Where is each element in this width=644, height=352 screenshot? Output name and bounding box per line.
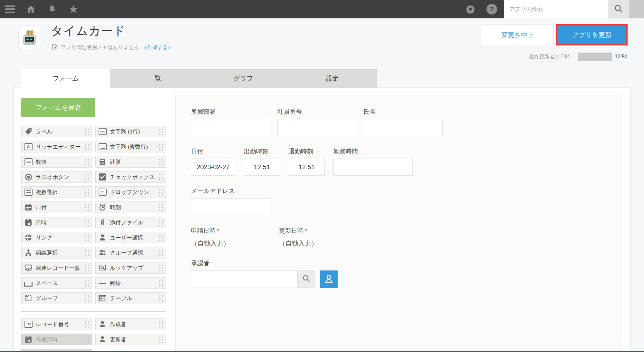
app-search-input[interactable] [504, 0, 608, 18]
field-name[interactable]: 氏名 [364, 108, 443, 136]
field-work-hours[interactable]: 勤務時間 [333, 147, 413, 176]
name-input[interactable] [364, 119, 443, 136]
update-app-button[interactable]: アプリを更新 [556, 24, 628, 45]
drag-handle-icon[interactable] [159, 264, 164, 271]
drag-handle-icon[interactable] [84, 321, 90, 328]
tab-form[interactable]: フォーム [21, 69, 110, 88]
palette-item-attachment[interactable]: 添付ファイル [95, 217, 166, 228]
drag-handle-icon[interactable] [84, 249, 90, 256]
palette-item-link[interactable]: リンク [21, 232, 92, 243]
dropdown-icon [98, 188, 107, 196]
field-clock-out[interactable]: 退勤時刻 [289, 147, 325, 176]
palette-item-space[interactable]: スペース [21, 277, 92, 289]
clock-in-input[interactable] [244, 159, 280, 176]
drag-handle-icon[interactable] [159, 204, 164, 211]
approver-input[interactable] [191, 270, 298, 288]
palette-item-label[interactable]: ラベル [21, 126, 92, 137]
drag-handle-icon[interactable] [84, 295, 90, 302]
palette-item-checkbox[interactable]: チェックボックス [95, 171, 166, 183]
hamburger-menu-icon[interactable] [5, 5, 15, 13]
drag-handle-icon[interactable] [159, 279, 164, 287]
help-icon[interactable]: ? [486, 4, 497, 15]
memo-create-link[interactable]: （作成する） [142, 44, 173, 51]
drag-handle-icon[interactable] [159, 173, 164, 181]
palette-item-table[interactable]: テーブル [95, 292, 166, 304]
palette-item-number[interactable]: 123 数値 [21, 156, 92, 168]
app-search-button[interactable] [608, 0, 629, 18]
field-update-datetime[interactable]: 更新日時* （自動入力） [279, 227, 318, 248]
tab-graph[interactable]: グラフ [199, 69, 288, 88]
radio-button-icon [24, 173, 33, 181]
department-input[interactable] [191, 119, 270, 136]
search-icon [302, 274, 311, 284]
field-request-datetime[interactable]: 申請日時* （自動入力） [191, 227, 279, 248]
drag-handle-icon[interactable] [84, 173, 90, 181]
field-email[interactable]: メールアドレス [191, 187, 270, 215]
palette-item-time[interactable]: 時刻 [95, 201, 166, 213]
last-updated-label: 最終更新者と日時： [529, 54, 575, 60]
field-employee-number[interactable]: 社員番号 [277, 108, 356, 136]
drag-handle-icon[interactable] [84, 336, 90, 343]
palette-item-record-number[interactable]: 123 レコード番号 [21, 318, 92, 330]
bell-icon[interactable] [47, 4, 57, 15]
palette-item-datetime[interactable]: 日時 [21, 217, 92, 228]
drag-handle-icon[interactable] [159, 158, 164, 165]
drag-handle-icon[interactable] [84, 279, 90, 287]
star-icon[interactable] [68, 4, 79, 15]
save-form-button[interactable]: フォームを保存 [21, 98, 95, 117]
drag-handle-icon[interactable] [159, 143, 164, 150]
approver-user-picker-button[interactable] [320, 270, 338, 288]
cancel-changes-button[interactable]: 変更を中止 [482, 24, 553, 45]
drag-handle-icon[interactable] [159, 128, 164, 135]
drag-handle-icon[interactable] [84, 264, 90, 271]
palette-item-multi-line-text[interactable]: 文字列 (複数行) [95, 141, 166, 152]
palette-item-rich-editor[interactable]: A リッチエディター [21, 141, 92, 152]
palette-item-multi-select[interactable]: 複数選択 [21, 186, 92, 198]
drag-handle-icon[interactable] [84, 219, 90, 226]
palette-item-created-datetime[interactable]: 作成日時 [21, 334, 92, 345]
email-input[interactable] [191, 198, 270, 215]
drag-handle-icon[interactable] [84, 128, 90, 135]
drag-handle-icon[interactable] [84, 158, 90, 165]
palette-item-lookup[interactable]: ルックアップ [95, 262, 166, 274]
drag-handle-icon[interactable] [84, 234, 90, 241]
field-clock-in[interactable]: 出勤時刻 [244, 147, 280, 176]
palette-item-related-records[interactable]: 関連レコード一覧 [21, 262, 92, 274]
palette-item-user-select[interactable]: ユーザー選択 [95, 232, 166, 243]
clock-out-input[interactable] [289, 159, 325, 176]
drag-handle-icon[interactable] [159, 219, 164, 226]
work-hours-input[interactable] [333, 159, 413, 176]
approver-search-button[interactable] [298, 270, 315, 288]
palette-item-hr[interactable]: 罫線 [95, 277, 166, 289]
drag-handle-icon[interactable] [159, 321, 164, 328]
drag-handle-icon[interactable] [159, 249, 164, 256]
employee-number-input[interactable] [277, 119, 356, 136]
palette-item-group-select[interactable]: グループ選択 [95, 247, 166, 259]
drag-handle-icon[interactable] [84, 143, 90, 150]
palette-item-calc[interactable]: 計算 [95, 156, 166, 168]
drag-handle-icon[interactable] [159, 295, 164, 302]
field-approver[interactable]: 承認者 [191, 259, 622, 288]
date-input[interactable] [191, 159, 235, 176]
field-date[interactable]: 日付 [191, 147, 235, 176]
drag-handle-icon[interactable] [159, 336, 164, 343]
tab-list[interactable]: 一覧 [110, 69, 199, 88]
palette-item-dropdown[interactable]: ドロップダウン [95, 186, 166, 198]
palette-item-single-line-text[interactable]: ABC 文字列 (1行) [95, 126, 166, 137]
gear-icon[interactable] [465, 4, 476, 15]
palette-item-group[interactable]: グループ [21, 292, 92, 304]
home-icon[interactable] [26, 4, 36, 15]
drag-handle-icon[interactable] [84, 204, 90, 211]
palette-item-updater[interactable]: 更新者 [95, 334, 166, 345]
page-title: タイムカード [51, 23, 126, 39]
drag-handle-icon[interactable] [159, 189, 164, 196]
drag-handle-icon[interactable] [84, 189, 90, 196]
palette-item-org-select[interactable]: 組織選択 [21, 247, 92, 259]
palette-item-date[interactable]: 日付 [21, 201, 92, 213]
palette-item-creator[interactable]: 作成者 [95, 318, 166, 330]
field-department[interactable]: 所属部署 [191, 108, 270, 136]
topbar: ? [0, 0, 644, 18]
palette-item-radio[interactable]: ラジオボタン [21, 171, 92, 183]
drag-handle-icon[interactable] [159, 234, 164, 241]
tab-settings[interactable]: 設定 [288, 69, 377, 88]
